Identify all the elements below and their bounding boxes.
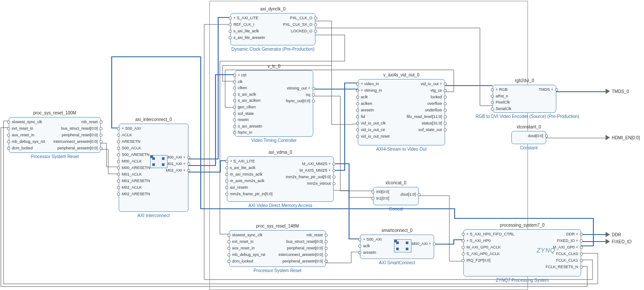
port-mb-reset[interactable]: mb_reset: [306, 232, 323, 238]
port-ARESETN[interactable]: ARESETN: [122, 139, 140, 144]
port--video-in[interactable]: + video_in: [361, 81, 379, 86]
port-aresetn[interactable]: aresetn: [363, 250, 376, 255]
port-In0-0-0-[interactable]: In0[0:0]: [376, 189, 389, 194]
port-vid-io-out-[interactable]: vid_io_out +: [421, 81, 442, 86]
port-aux-reset-in[interactable]: aux_reset_in: [232, 245, 255, 251]
ext-port-DDR[interactable]: DDR: [606, 232, 621, 237]
port-irq[interactable]: irq: [306, 92, 310, 97]
port-sof-state-out[interactable]: sof_state_out: [418, 127, 442, 132]
port-M01-ACLK[interactable]: M01_ACLK: [122, 172, 142, 177]
port-s-axi-aresetn[interactable]: s_axi_aresetn: [238, 124, 262, 129]
port-s-axi-aclk[interactable]: s_axi_aclk: [238, 92, 256, 97]
port-mm2s-frame-ptr-in-5-0-[interactable]: mm2s_frame_ptr_in[5:0]: [230, 191, 273, 197]
port-IRQ-F2P-0-0-[interactable]: IRQ_F2P[0:0]: [466, 258, 490, 263]
block-v_axi4s_vid_out_0[interactable]: v_axi4s_vid_out_0AXI4-Stream to Video Ou…: [358, 79, 445, 145]
port-bus-struct-reset-0-0-[interactable]: bus_struct_reset[0:0]: [61, 126, 98, 131]
port-PXL-CLK-5X-O[interactable]: PXL_CLK_5X_O: [283, 22, 312, 27]
port-aclk[interactable]: aclk: [363, 243, 370, 249]
port-PixelClk[interactable]: PixelClk: [496, 100, 510, 105]
port--ctrl[interactable]: + ctrl: [238, 72, 247, 78]
port--S-AXI-HP0-FIFO-CTRL[interactable]: + S_AXI_HP0_FIFO_CTRL: [466, 231, 514, 237]
port-locked[interactable]: locked: [431, 94, 442, 100]
ext-port-TMDS_0[interactable]: TMDS_0: [606, 89, 629, 94]
port-S00-ARESETN[interactable]: S00_ARESETN: [122, 152, 150, 157]
port-ext-reset-in[interactable]: ext_reset_in: [12, 126, 33, 131]
port-PXL-CLK-O[interactable]: PXL_CLK_O: [290, 15, 312, 21]
port-mb-debug-sys-rst[interactable]: mb_debug_sys_rst: [232, 252, 265, 257]
block-xlconstant_0[interactable]: xlconstant_0Constantdout[0:0]: [511, 131, 546, 144]
block-v_tc_0[interactable]: v_tc_0Video Timing Controller+ ctrlclkcl…: [235, 70, 313, 137]
port-underflow[interactable]: underflow: [425, 107, 442, 113]
port-clken[interactable]: clken: [238, 85, 247, 90]
port-M-AXIS-MM2S-[interactable]: M_AXIS_MM2S +: [299, 168, 331, 173]
port-status-31-0-[interactable]: status[31:0]: [421, 121, 442, 126]
port-gen-clken[interactable]: gen_clken: [238, 104, 256, 110]
port-s-axi-lite-aclk[interactable]: s_axi_lite_aclk: [233, 28, 259, 34]
port-overflow[interactable]: overflow: [427, 101, 442, 106]
port-slowest-sync-clk[interactable]: slowest_sync_clk: [12, 119, 42, 124]
port-M01-AXI-[interactable]: M01_AXI +: [166, 161, 185, 166]
port-vid-io-out-ce[interactable]: vid_io_out_ce: [361, 127, 385, 132]
port-LOCKED-O[interactable]: LOCKED_O: [291, 28, 312, 34]
port--S00-AXI[interactable]: + S00_AXI: [363, 237, 382, 242]
port-fsync-out-0-0-[interactable]: fsync_out[0:0]: [286, 98, 310, 104]
port-s-axi-lite-aresetn[interactable]: s_axi_lite_aresetn: [233, 35, 265, 40]
port-TMDS-[interactable]: TMDS +: [539, 87, 553, 92]
port-peripheral-aresetn-0-0-[interactable]: peripheral_aresetn[0:0]: [57, 145, 98, 151]
port-aRst-n[interactable]: aRst_n: [496, 93, 508, 99]
port--RGB[interactable]: + RGB: [496, 87, 507, 92]
port-fsync-in[interactable]: fsync_in: [238, 130, 252, 135]
ext-port-HDMI_EN[interactable]: HDMI_EN[0:0]: [606, 135, 640, 140]
port-sof-state[interactable]: sof_state: [238, 111, 254, 116]
port-M02-ARESETN[interactable]: M02_ARESETN: [122, 191, 150, 197]
port-mm2s-introut[interactable]: mm2s_introut: [307, 181, 331, 186]
port-M01-ARESETN[interactable]: M01_ARESETN: [122, 178, 150, 183]
port--S00-AXI[interactable]: + S00_AXI: [122, 126, 140, 131]
port-slowest-sync-clk[interactable]: slowest_sync_clk: [232, 232, 263, 238]
block-xlconcat_0[interactable]: xlconcat_0ConcatIn0[0:0]In1[0:0]dout[1:0…: [373, 187, 419, 205]
port-peripheral-reset-0-0-[interactable]: peripheral_reset[0:0]: [287, 245, 323, 251]
port-resetn[interactable]: resetn: [238, 117, 249, 122]
block-proc_sys_reset_100M[interactable]: proc_sys_reset_100MProcessor System Rese…: [9, 117, 101, 153]
port--vtiming-in[interactable]: + vtiming_in: [361, 88, 382, 93]
port-In1-0-0-[interactable]: In1[0:0]: [376, 196, 389, 201]
block-rgb2dvi_0[interactable]: rgb2dvi_0RGB to DVI Video Encoder (Sourc…: [493, 85, 556, 113]
port-M02-ACLK[interactable]: M02_ACLK: [122, 185, 142, 190]
port-SerialClk[interactable]: SerialClk: [496, 106, 511, 111]
port-ACLK[interactable]: ACLK: [122, 132, 132, 138]
port-aux-reset-in[interactable]: aux_reset_in: [12, 132, 34, 138]
port-interconnect-aresetn-0-0-[interactable]: interconnect_aresetn[0:0]: [53, 139, 98, 144]
port-mm2s-frame-ptr-out-5-0-[interactable]: mm2s_frame_ptr_out[5:0]: [286, 174, 331, 180]
port-mb-debug-sys-rst[interactable]: mb_debug_sys_rst: [12, 139, 45, 144]
port-M-AXI-GP0-ACLK[interactable]: M_AXI_GP0_ACLK: [466, 245, 501, 250]
port--S-AXI-HP0[interactable]: + S_AXI_HP0: [466, 238, 491, 243]
block-axi_dynclk_0[interactable]: axi_dynclk_0Dynamic Clock Generator (Pre…: [230, 13, 315, 45]
port-FIXED-IO-[interactable]: FIXED_IO +: [557, 238, 578, 243]
port-m-axi-mm2s-aclk[interactable]: m_axi_mm2s_aclk: [230, 172, 263, 177]
port-M00-ACLK[interactable]: M00_ACLK: [122, 159, 142, 164]
port-fifo-read-level-11-0-[interactable]: fifo_read_level[11:0]: [407, 114, 442, 119]
block-processing_system7_0[interactable]: processing_system7_0ZYNQ7 Processing Sys…: [463, 229, 581, 276]
port-FCLK-RESET0-N[interactable]: FCLK_RESET0_N: [545, 264, 578, 269]
port-vtg-ce[interactable]: vtg_ce: [430, 88, 442, 93]
port-dout-0-0-[interactable]: dout[0:0]: [528, 133, 543, 138]
port-peripheral-reset-0-0-[interactable]: peripheral_reset[0:0]: [62, 132, 98, 138]
port-s-axi-aclken[interactable]: s_axi_aclken: [238, 98, 260, 103]
port-bus-struct-reset-0-0-[interactable]: bus_struct_reset[0:0]: [286, 239, 323, 244]
port-M-AXI-MM2S-[interactable]: M_AXI_MM2S +: [302, 161, 331, 166]
port-S-AXI-HP0-ACLK[interactable]: S_AXI_HP0_ACLK: [466, 251, 500, 256]
port--S-AXI-LITE[interactable]: + S_AXI_LITE: [233, 15, 258, 21]
port-vid-io-out-clk[interactable]: vid_io_out_clk: [361, 121, 386, 126]
port-dcm-locked[interactable]: dcm_locked: [12, 145, 33, 151]
block-proc_sys_reset_148M[interactable]: proc_sys_reset_148MProcessor System Rese…: [229, 230, 326, 267]
port-M00-AXI-[interactable]: M00_AXI +: [411, 241, 431, 246]
port-M02-AXI-[interactable]: M02_AXI +: [166, 168, 185, 173]
port-dout-1-0-[interactable]: dout[1:0]: [401, 192, 416, 197]
ext-port-FIXED_IO[interactable]: FIXED_IO: [606, 239, 632, 244]
port-fid[interactable]: fid: [361, 114, 365, 119]
port-DDR-[interactable]: DDR +: [566, 231, 578, 237]
port-dcm-locked[interactable]: dcm_locked: [232, 259, 253, 264]
port-ext-reset-in[interactable]: ext_reset_in: [232, 239, 253, 244]
port-aresetn[interactable]: aresetn: [361, 107, 374, 113]
port-M-AXI-GP0-[interactable]: M_AXI_GP0 +: [553, 245, 578, 250]
